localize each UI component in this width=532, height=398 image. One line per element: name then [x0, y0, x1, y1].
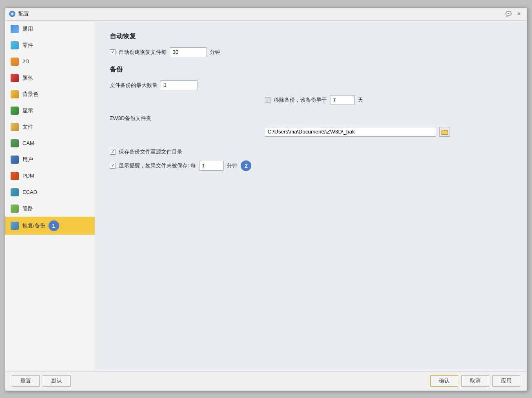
badge-2: 2: [241, 160, 251, 171]
part-icon: [10, 41, 19, 50]
sidebar-item-color[interactable]: 颜色: [5, 70, 95, 86]
sidebar-color-label: 颜色: [22, 74, 33, 82]
browse-folder-button[interactable]: [439, 127, 450, 137]
show-reminder-label: 显示提醒，如果文件未被保存: 每: [119, 162, 196, 169]
remove-backup-unit: 天: [358, 96, 363, 104]
sidebar-part-label: 零件: [22, 42, 33, 49]
sidebar-item-user[interactable]: 用户: [5, 151, 95, 168]
window-controls: 💬 ✕: [504, 9, 523, 18]
auto-save-unit: 分钟: [210, 49, 220, 56]
badge-1: 1: [49, 220, 59, 231]
display-icon: [10, 106, 19, 115]
backup-path-row: [265, 127, 450, 137]
save-to-source-checkbox[interactable]: [110, 149, 115, 155]
main-content: 自动恢复 自动创建恢复文件每 分钟 备份 文件备份的最大数量: [95, 21, 527, 371]
auto-save-label: 自动创建恢复文件每: [119, 49, 166, 56]
user-icon: [10, 155, 19, 164]
auto-save-row: 自动创建恢复文件每 分钟: [110, 47, 512, 57]
auto-save-input[interactable]: [170, 47, 206, 57]
sidebar-file-label: 文件: [22, 123, 33, 131]
sidebar-item-pdm[interactable]: PDM: [5, 168, 95, 184]
max-backup-input[interactable]: [161, 80, 197, 90]
sidebar-ecad-label: ECAD: [22, 189, 37, 195]
remove-backup-row: 移除备份，该备份早于 天: [265, 95, 363, 105]
sidebar-pdm-label: PDM: [22, 173, 34, 179]
sidebar-item-pipe[interactable]: 管路: [5, 200, 95, 217]
window-title: 配置: [18, 10, 504, 18]
sidebar-general-label: 通用: [22, 25, 33, 33]
backup-title: 备份: [110, 65, 512, 74]
sidebar-cam-label: CAM: [22, 140, 34, 146]
svg-rect-3: [442, 131, 448, 134]
save-to-source-label: 保存备份文件至源文件目录: [119, 148, 182, 156]
title-bar: 配置 💬 ✕: [5, 8, 527, 21]
window-body: 通用 零件 2D 颜色: [5, 21, 527, 371]
2d-icon: [10, 57, 19, 66]
sidebar-user-label: 用户: [22, 156, 33, 163]
reset-button[interactable]: 重置: [12, 375, 40, 387]
chat-button[interactable]: 💬: [504, 9, 513, 18]
sidebar-bg-label: 背景色: [22, 91, 38, 98]
remove-backup-checkbox[interactable]: [265, 97, 270, 103]
cancel-button[interactable]: 取消: [461, 375, 489, 387]
main-window: 配置 💬 ✕ 通用 零件: [5, 7, 527, 391]
sidebar-item-display[interactable]: 显示: [5, 102, 95, 119]
show-reminder-unit: 分钟: [227, 162, 237, 169]
sidebar-item-general[interactable]: 通用: [5, 21, 95, 37]
sidebar-item-file[interactable]: 文件: [5, 119, 95, 135]
recovery-icon: [10, 221, 19, 230]
remove-backup-days-input[interactable]: [330, 95, 355, 105]
confirm-button[interactable]: 确认: [430, 375, 458, 387]
backup-path-input[interactable]: [265, 127, 436, 137]
pipe-icon: [10, 204, 19, 213]
max-backup-label: 文件备份的最大数量: [110, 82, 157, 89]
footer: 重置 默认 确认 取消 应用: [5, 371, 527, 391]
bg-icon: [10, 90, 19, 99]
save-to-source-row: 保存备份文件至源文件目录: [110, 148, 512, 156]
pdm-icon: [10, 171, 19, 180]
ecad-icon: [10, 188, 19, 197]
content-area: 自动恢复 自动创建恢复文件每 分钟 备份 文件备份的最大数量: [95, 21, 527, 371]
auto-recovery-title: 自动恢复: [110, 32, 512, 41]
color-icon: [10, 73, 19, 82]
sidebar-item-part[interactable]: 零件: [5, 37, 95, 53]
sidebar-item-recovery[interactable]: 恢复/备份 1: [5, 217, 95, 235]
default-button[interactable]: 默认: [43, 375, 71, 387]
sidebar-item-background[interactable]: 背景色: [5, 86, 95, 102]
sidebar-item-ecad[interactable]: ECAD: [5, 184, 95, 200]
sidebar-2d-label: 2D: [22, 58, 29, 64]
section-divider: 备份: [110, 65, 512, 74]
close-button[interactable]: ✕: [514, 9, 523, 18]
sidebar-display-label: 显示: [22, 107, 33, 114]
app-icon: [9, 10, 16, 18]
file-icon: [10, 122, 19, 131]
backup-folder-row: ZW3D备份文件夹: [110, 115, 512, 122]
sidebar-pipe-label: 管路: [22, 205, 33, 212]
cam-icon: [10, 139, 19, 148]
auto-save-checkbox[interactable]: [110, 49, 115, 55]
show-reminder-input[interactable]: [199, 161, 224, 171]
show-reminder-row: 显示提醒，如果文件未被保存: 每 分钟 2: [110, 160, 512, 171]
apply-button[interactable]: 应用: [492, 375, 520, 387]
sidebar-item-cam[interactable]: CAM: [5, 135, 95, 151]
backup-folder-label: ZW3D备份文件夹: [110, 115, 151, 122]
sidebar: 通用 零件 2D 颜色: [5, 21, 95, 371]
max-backup-row: 文件备份的最大数量: [110, 80, 512, 90]
sidebar-recovery-label: 恢复/备份: [22, 222, 45, 229]
settings-icon: [10, 24, 19, 33]
show-reminder-checkbox[interactable]: [110, 163, 115, 169]
sidebar-item-2d[interactable]: 2D: [5, 53, 95, 70]
remove-backup-label: 移除备份，该备份早于: [274, 96, 327, 104]
